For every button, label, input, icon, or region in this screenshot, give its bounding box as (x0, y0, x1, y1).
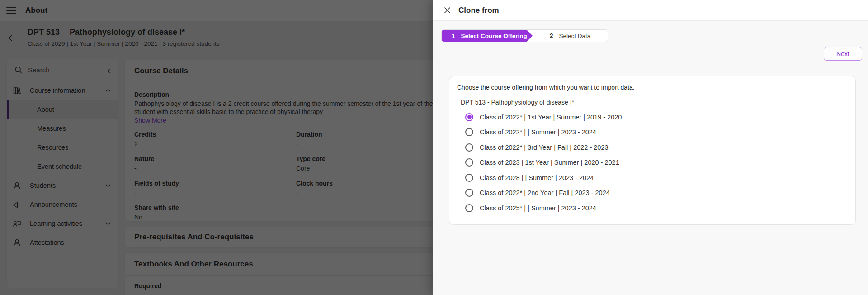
stepper: 1 Select Course Offering 2 Select Data (441, 29, 608, 42)
radio-icon[interactable] (465, 143, 473, 152)
instruction-text: Choose the course offering from which yo… (457, 84, 848, 91)
modal-header: Clone from (433, 0, 868, 21)
radio-icon[interactable] (465, 174, 473, 182)
radio-icon[interactable] (465, 189, 473, 197)
course-offering-option[interactable]: Class of 2022* | 2nd Year | Fall | 2023 … (457, 186, 848, 201)
clone-course-name: DPT 513 - Pathophysiology of disease I* (461, 99, 848, 106)
step-select-data[interactable]: 2 Select Data (533, 32, 608, 39)
step-select-course-offering[interactable]: 1 Select Course Offering (442, 29, 533, 42)
step-label: Select Course Offering (461, 33, 527, 39)
step-number: 2 (550, 32, 553, 39)
step-number: 1 (452, 33, 455, 39)
course-offering-option[interactable]: Class of 2022* | 1st Year | Summer | 201… (457, 109, 848, 125)
option-label: Class of 2028 | | Summer | 2023 - 2024 (480, 174, 594, 181)
next-button[interactable]: Next (824, 47, 862, 61)
clone-options-card: Choose the course offering from which yo… (449, 76, 856, 225)
course-offering-option[interactable]: Class of 2025* | | Summer | 2023 - 2024 (457, 200, 848, 216)
screen: About DPT 513 Pathophysiology of disease… (0, 0, 868, 295)
modal-title: Clone from (458, 6, 499, 15)
course-offering-option[interactable]: Class of 2023 | 1st Year | Summer | 2020… (457, 155, 848, 171)
course-offering-option[interactable]: Class of 2028 | | Summer | 2023 - 2024 (457, 170, 848, 186)
radio-icon[interactable] (465, 158, 473, 167)
radio-selected-icon[interactable] (465, 113, 473, 121)
option-label: Class of 2022* | 1st Year | Summer | 201… (480, 114, 622, 121)
step-label: Select Data (559, 33, 591, 39)
course-offering-option[interactable]: Class of 2022* | 3rd Year | Fall | 2022 … (457, 140, 848, 155)
option-label: Class of 2025* | | Summer | 2023 - 2024 (480, 205, 596, 212)
course-offering-options: Class of 2022* | 1st Year | Summer | 201… (457, 109, 848, 216)
radio-icon[interactable] (465, 204, 473, 212)
option-label: Class of 2023 | 1st Year | Summer | 2020… (480, 159, 619, 166)
option-label: Class of 2022* | 3rd Year | Fall | 2022 … (480, 144, 609, 151)
clone-from-modal: Clone from 1 Select Course Offering 2 Se… (433, 0, 868, 295)
course-offering-option[interactable]: Class of 2022* | | Summer | 2023 - 2024 (457, 125, 848, 140)
close-icon[interactable] (442, 5, 452, 15)
radio-icon[interactable] (465, 128, 473, 136)
option-label: Class of 2022* | 2nd Year | Fall | 2023 … (480, 189, 610, 196)
option-label: Class of 2022* | | Summer | 2023 - 2024 (480, 128, 596, 136)
